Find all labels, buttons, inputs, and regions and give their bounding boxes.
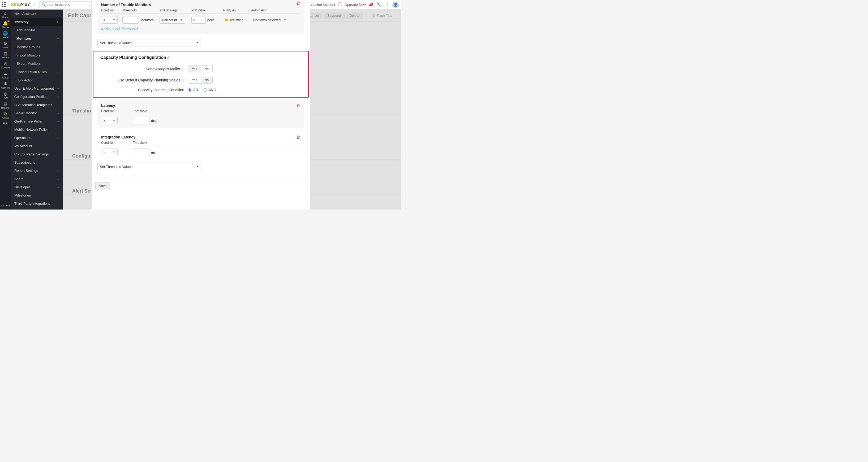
- rail-edit-link[interactable]: Edit: [0, 121, 11, 126]
- logo[interactable]: Site24x7: [11, 2, 30, 7]
- rail-home[interactable]: ⌂Home: [0, 9, 11, 20]
- sn-developer[interactable]: Developer▸: [11, 183, 63, 191]
- automation-select[interactable]: No items selected▼: [251, 16, 288, 24]
- cap-cond-or[interactable]: OR: [188, 88, 198, 92]
- lightbulb-icon: 💡: [372, 13, 376, 18]
- radio-and[interactable]: [204, 88, 207, 92]
- rail-rum[interactable]: ◍RUM: [0, 90, 11, 100]
- trouble-title: Number of Trouble Monitors: [101, 3, 300, 7]
- apm-icon: ⚙: [0, 41, 11, 45]
- trouble-color-icon: [225, 19, 228, 21]
- capacity-planning-highlight: Capacity Planning Configurationⓘ Send An…: [93, 51, 309, 98]
- threshold-unit: Monitors: [141, 18, 154, 22]
- latency-threshold-input[interactable]: [133, 117, 150, 124]
- sn-thirdparty[interactable]: Third-Party Integrations: [11, 199, 63, 208]
- suspend-button[interactable]: Suspend: [324, 12, 344, 19]
- account-type-label: Evaluation Account: [306, 3, 335, 7]
- rail-apm[interactable]: ⚙APM: [0, 40, 11, 50]
- chevron-down-icon: ▼: [196, 165, 198, 168]
- wrench-icon[interactable]: 🔧: [376, 2, 382, 7]
- poll-strategy-select[interactable]: Poll count▼: [159, 16, 185, 24]
- avatar[interactable]: 👤: [392, 2, 399, 8]
- trash-icon[interactable]: 🗑: [297, 103, 300, 108]
- sn-it-automation[interactable]: IT Automation Templates: [11, 101, 63, 109]
- use-default-toggle[interactable]: YesNo: [188, 77, 213, 84]
- threshold-modal: 🗑 Number of Trouble Monitors Condition T…: [91, 0, 310, 209]
- delete-button[interactable]: Delete: [346, 12, 363, 19]
- rail-admin[interactable]: ⚙Admin: [0, 110, 11, 121]
- chevron-right-icon: ▸: [58, 112, 59, 114]
- radio-or[interactable]: [188, 88, 191, 92]
- set-threshold-select-1[interactable]: Set Threshold Values▼: [97, 39, 201, 46]
- upgrade-link[interactable]: Upgrade Now: [345, 3, 366, 7]
- int-latency-col-headers: Condition Threshold: [101, 141, 300, 146]
- info-icon[interactable]: ⓘ: [338, 2, 342, 7]
- search-input[interactable]: 🔍 /admin-actions: [39, 1, 90, 8]
- sn-monitors[interactable]: Monitors+: [11, 34, 63, 43]
- info-icon[interactable]: ⓘ: [167, 56, 170, 59]
- modal-save-button[interactable]: Save: [95, 182, 110, 189]
- latency-cond-select[interactable]: >▼: [101, 117, 118, 124]
- nav-rail: ⌂Home 🔔5Alarms 🌐Web ⚙APM ▥Server ⎘VMware…: [0, 9, 11, 209]
- cap-cond-and[interactable]: AND: [204, 88, 216, 92]
- sn-export-monitors[interactable]: Export Monitors: [11, 59, 63, 68]
- expand-icon[interactable]: ⤢: [32, 3, 35, 7]
- alarm-badge: 5: [7, 20, 9, 23]
- sn-cmdb[interactable]: CMDB IntegrationPvt: [11, 208, 63, 209]
- info-icon[interactable]: ⓘ: [181, 68, 184, 71]
- plus-icon[interactable]: +: [57, 45, 59, 49]
- server-icon: ▥: [0, 52, 11, 56]
- trash-icon[interactable]: 🗑: [297, 135, 300, 139]
- sn-mobile-poller[interactable]: Mobile Network Poller: [11, 126, 63, 134]
- trash-icon[interactable]: 🗑: [297, 1, 300, 5]
- plus-icon[interactable]: +: [57, 36, 59, 41]
- sn-onprem-poller[interactable]: On-Premise Poller▸: [11, 117, 63, 126]
- sn-config-rules[interactable]: Configuration Rules+: [11, 68, 63, 76]
- rail-reports[interactable]: ▤Reports: [0, 100, 11, 110]
- sn-import-monitors[interactable]: Import Monitors: [11, 51, 63, 59]
- condition-select[interactable]: >▼: [101, 16, 118, 24]
- set-threshold-select-2[interactable]: Set Threshold Values▼: [97, 163, 201, 170]
- sn-milestones[interactable]: Milestones: [11, 191, 63, 199]
- int-latency-threshold-input[interactable]: [133, 148, 150, 156]
- page-tips-link[interactable]: 💡Page Tips: [368, 12, 396, 19]
- sn-subscriptions[interactable]: Subscriptions: [11, 158, 63, 167]
- int-latency-cond-select[interactable]: >▼: [101, 148, 118, 156]
- poll-value-input[interactable]: [191, 16, 206, 24]
- trouble-col-headers: Condition Threshold Poll Strategy Poll V…: [101, 8, 300, 13]
- rail-network[interactable]: ✱Network: [0, 80, 11, 90]
- rail-server[interactable]: ▥Server: [0, 50, 11, 60]
- chevron-right-icon: ▸: [58, 87, 59, 90]
- add-critical-link[interactable]: Add Critical Threshold: [101, 27, 137, 31]
- int-latency-unit: ms: [151, 151, 156, 154]
- sn-server-monitor[interactable]: Server Monitor▸: [11, 109, 63, 117]
- help-icon[interactable]: ❔: [384, 2, 390, 7]
- sn-inventory-header[interactable]: Inventory▼: [11, 18, 63, 26]
- sn-user-alert[interactable]: User & Alert Management▸: [11, 84, 63, 93]
- rail-web[interactable]: 🌐Web: [0, 30, 11, 40]
- apps-grid-icon[interactable]: [2, 2, 8, 8]
- sn-config-profiles[interactable]: Configuration Profiles▸: [11, 93, 63, 101]
- sn-share[interactable]: Share▸: [11, 175, 63, 183]
- rail-alarms[interactable]: 🔔5Alarms: [0, 20, 11, 30]
- sn-report-settings[interactable]: Report Settings▸: [11, 167, 63, 175]
- notify-as-select[interactable]: Trouble▼: [223, 16, 246, 24]
- gear-icon: ⚙: [0, 112, 11, 116]
- sn-add-monitor[interactable]: Add Monitor: [11, 26, 63, 34]
- rail-cloud[interactable]: ☁Cloud: [0, 70, 11, 80]
- rail-vmware[interactable]: ⎘VMware: [0, 60, 11, 70]
- search-text: /admin-actions: [48, 3, 70, 7]
- plus-icon[interactable]: +: [57, 70, 59, 74]
- announce-icon[interactable]: 📣: [368, 2, 374, 7]
- sn-help-assistant[interactable]: Help Assistant: [11, 9, 63, 18]
- info-icon[interactable]: ⓘ: [181, 79, 184, 82]
- sn-monitor-groups[interactable]: Monitor Groups+: [11, 43, 63, 51]
- chevron-right-icon: ▸: [58, 169, 59, 172]
- send-mailer-toggle[interactable]: YesNo: [188, 66, 213, 72]
- rail-time: 3:33 PM: [1, 204, 10, 209]
- sn-operations[interactable]: Operations▸: [11, 134, 63, 142]
- threshold-input[interactable]: [122, 16, 139, 24]
- sn-bulk-action[interactable]: Bulk Action: [11, 76, 63, 84]
- sn-my-account[interactable]: My Account: [11, 142, 63, 150]
- sn-cp-settings[interactable]: Control Panel Settings: [11, 150, 63, 158]
